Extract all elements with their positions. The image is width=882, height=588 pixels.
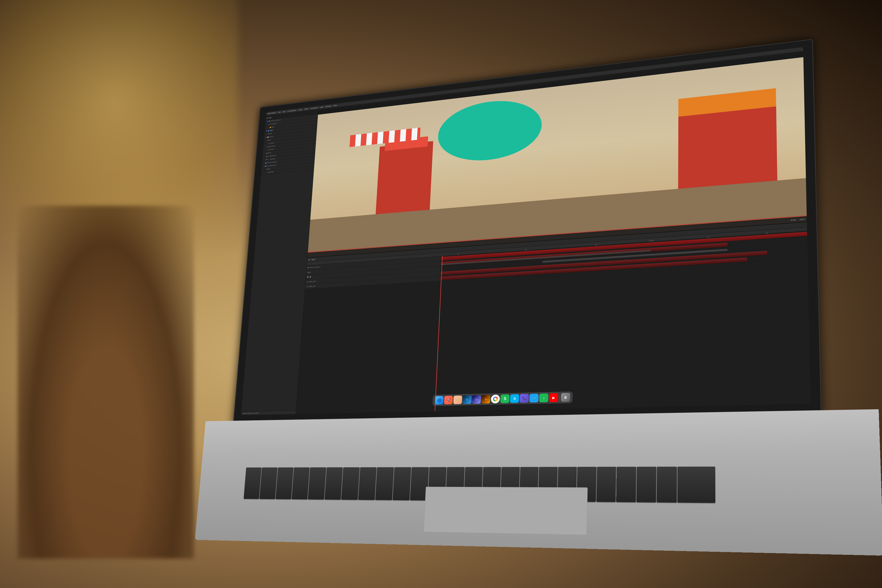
- cgbtn-color: [265, 166, 266, 167]
- layer-white-name: Parent: [269, 136, 274, 138]
- ruler-mark-0: 0f: [458, 254, 458, 255]
- menu-edit[interactable]: Edit: [282, 111, 285, 113]
- chrome-icon: [493, 397, 498, 402]
- menu-aftereffects[interactable]: After Effects: [267, 112, 276, 115]
- dock-icon-s1[interactable]: S: [501, 394, 510, 403]
- dock-icon-youtube[interactable]: ▶: [549, 393, 558, 402]
- dock-separator: [560, 394, 560, 402]
- key-23[interactable]: [636, 466, 656, 502]
- transform-label: ▼ Transform: [268, 123, 277, 125]
- dock-icon-sketch[interactable]: ◇: [453, 396, 462, 404]
- ruler-mark-20b: 20f: [767, 232, 767, 234]
- dock-icon-spotify[interactable]: ♪: [539, 393, 549, 402]
- laptop: After Effects File Edit Composition Laye…: [195, 32, 882, 556]
- spotify-icon: ♪: [543, 396, 544, 400]
- dock-icon-chrome[interactable]: [491, 394, 500, 404]
- key-10[interactable]: [393, 467, 411, 500]
- layer-color: [269, 121, 270, 122]
- ae-icon: Ae: [475, 398, 478, 401]
- dock-icon-illustrator[interactable]: Ai: [482, 395, 491, 404]
- dock-icon-aftereffects[interactable]: Ae: [472, 395, 481, 404]
- dock-icon-finder[interactable]: 🔵: [435, 396, 444, 405]
- key-4[interactable]: [292, 467, 310, 499]
- drone-label: Drone Comp (2): [267, 161, 277, 164]
- reset-label: Reset: [267, 140, 271, 141]
- none-label: ◉ None: [266, 152, 271, 154]
- key-3[interactable]: [275, 467, 294, 499]
- menu-layer[interactable]: Layer: [298, 109, 302, 111]
- inverted-label: Inverted: [270, 158, 275, 160]
- screen-display: After Effects File Edit Composition Laye…: [241, 47, 811, 415]
- timeline-comp-icon: ■: [309, 259, 310, 261]
- dock-icon-trash[interactable]: 🗑: [561, 393, 570, 402]
- key-9[interactable]: [375, 467, 394, 500]
- key-7[interactable]: [341, 467, 360, 500]
- youtube-icon: ▶: [552, 396, 555, 400]
- zoom-label: (Full): [791, 219, 796, 221]
- drone-color: [265, 162, 266, 164]
- skype-icon: S: [513, 397, 516, 400]
- timeline-comp-name: Night: [311, 258, 315, 261]
- key-6[interactable]: [325, 467, 343, 500]
- menu-window[interactable]: Window: [326, 105, 331, 108]
- menu-view[interactable]: View: [320, 106, 323, 108]
- layer-color-night: [268, 130, 269, 131]
- laptop-body: [195, 410, 882, 556]
- shape-label: Shape: [266, 168, 270, 170]
- ai-icon: Ai: [484, 398, 488, 400]
- key-24[interactable]: [657, 466, 677, 502]
- dock-icon-viber[interactable]: 📞: [520, 394, 529, 403]
- dock-icon-twitter[interactable]: 🐦: [530, 394, 539, 403]
- menu-composition[interactable]: Composition: [287, 110, 297, 112]
- key-21[interactable]: [596, 467, 616, 502]
- key-enter[interactable]: [677, 466, 716, 503]
- menu-effect[interactable]: Effect: [304, 108, 309, 110]
- layer-color-day: [270, 127, 271, 128]
- layer-day-name: Day: [272, 126, 274, 128]
- expand-night: ▶: [266, 130, 267, 132]
- add-label: Add: [266, 159, 268, 160]
- ruler-mark-10b: 10f: [708, 236, 708, 238]
- viber-icon: 📞: [522, 396, 526, 400]
- desktop-scene: After Effects File Edit Composition Laye…: [0, 0, 882, 588]
- key-2[interactable]: [260, 467, 278, 499]
- twitter-icon: 🐦: [532, 396, 536, 400]
- menu-animation[interactable]: Animation: [310, 107, 318, 110]
- chrome-center: [494, 398, 497, 400]
- key-22[interactable]: [616, 467, 636, 502]
- key-5[interactable]: [308, 467, 326, 500]
- ruler-mark-10: 10f: [525, 249, 526, 250]
- whitebk2-label: ◉ 15. White_BK: [266, 154, 276, 158]
- value-text: 0,0,0,0%: [268, 142, 274, 144]
- dock-icon-skype[interactable]: S: [510, 394, 519, 403]
- comp-name: Night: [268, 117, 272, 118]
- expand-icon: ▶: [267, 121, 268, 123]
- track-2-name: Night: [307, 272, 311, 273]
- dock-icon-photoshop[interactable]: Ps: [463, 395, 472, 404]
- newpath-label: New Path: [268, 171, 274, 173]
- trash-icon: 🗑: [564, 395, 567, 399]
- building-right: [678, 88, 777, 189]
- menu-file[interactable]: File: [278, 111, 281, 113]
- ps-icon: Ps: [466, 398, 469, 401]
- layer-color-white: [267, 136, 269, 138]
- parent-label: Parent: [268, 133, 272, 135]
- key-1[interactable]: [244, 468, 262, 499]
- layer-night-name: Night: [270, 130, 273, 131]
- key-8[interactable]: [358, 467, 376, 500]
- s1-icon: S: [504, 397, 507, 401]
- outer-label: Outer Control: [267, 145, 275, 147]
- track-5-label: 15. White_BK: [306, 285, 315, 287]
- dock-icon-launchpad[interactable]: 🚀: [444, 396, 453, 405]
- track-3-name: ⌛: [307, 276, 309, 278]
- dock: 🔵 🚀 ◇ Ps Ae: [433, 392, 573, 406]
- menu-help[interactable]: Help: [333, 105, 337, 107]
- track-3-label: ⌛: [309, 276, 311, 278]
- sketch-icon: ◇: [456, 398, 459, 402]
- zoom-percent: 200%: [800, 218, 805, 220]
- value2-text: 0,0,0,0%: [268, 148, 274, 151]
- trackpad[interactable]: [424, 487, 588, 535]
- finder-icon: 🔵: [437, 398, 442, 403]
- cgbtn-label: CG_Button (2): [267, 164, 276, 166]
- building-left: [376, 141, 434, 214]
